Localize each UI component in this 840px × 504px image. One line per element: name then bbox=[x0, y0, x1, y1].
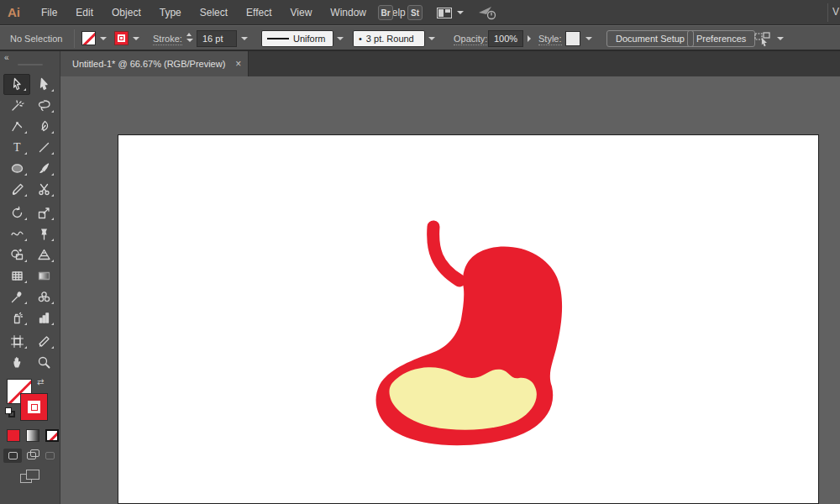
menu-items: File Edit Object Type Select Effect View… bbox=[32, 0, 415, 25]
workspace-icon bbox=[437, 8, 452, 18]
tool-eyedropper[interactable] bbox=[3, 286, 30, 307]
menu-effect[interactable]: Effect bbox=[237, 0, 281, 25]
opacity-expand-icon[interactable] bbox=[528, 35, 531, 42]
stroke-proxy-red[interactable] bbox=[20, 393, 48, 421]
tool-hand[interactable] bbox=[3, 352, 30, 373]
tool-artboard[interactable] bbox=[3, 331, 30, 352]
tool-scissors[interactable] bbox=[30, 179, 57, 200]
stroke-weight-field[interactable]: 16 pt bbox=[197, 30, 237, 47]
stroke-color-swatch[interactable] bbox=[114, 31, 129, 45]
tool-puppet-warp[interactable] bbox=[30, 223, 57, 244]
tool-rotate[interactable] bbox=[3, 202, 30, 223]
panel-collapse-icon[interactable]: « bbox=[4, 53, 8, 62]
tool-paintbrush[interactable] bbox=[30, 158, 57, 179]
tool-lasso[interactable] bbox=[30, 95, 57, 116]
share-icon[interactable] bbox=[478, 5, 496, 20]
chevron-down-icon bbox=[457, 11, 464, 14]
stomach-esophagus[interactable] bbox=[433, 227, 459, 281]
tool-magic-wand[interactable] bbox=[3, 95, 30, 116]
tool-perspective-grid[interactable] bbox=[30, 244, 57, 265]
uniform-profile-line-icon bbox=[267, 38, 289, 39]
brush-dot-icon: • bbox=[359, 34, 362, 44]
swap-fill-stroke-icon[interactable]: ⇄ bbox=[37, 377, 44, 386]
menu-window[interactable]: Window bbox=[321, 0, 375, 25]
document-setup-button[interactable]: Document Setup bbox=[606, 30, 694, 47]
stroke-swatch-chevron-icon[interactable] bbox=[133, 37, 139, 40]
tool-pencil[interactable] bbox=[3, 179, 30, 200]
tool-mesh[interactable] bbox=[3, 265, 30, 286]
document-tab-bar: Untitled-1* @ 66.67% (RGB/Preview) × bbox=[60, 51, 840, 76]
tool-zoom[interactable] bbox=[30, 352, 57, 373]
tool-line-segment[interactable] bbox=[30, 137, 57, 158]
tool-ellipse[interactable] bbox=[3, 158, 30, 179]
tool-slice[interactable] bbox=[30, 331, 57, 352]
style-label[interactable]: Style: bbox=[538, 34, 562, 45]
menu-view[interactable]: View bbox=[281, 0, 322, 25]
draw-normal-mode[interactable] bbox=[3, 449, 22, 463]
color-button[interactable] bbox=[7, 429, 20, 442]
draw-inside-mode bbox=[40, 449, 59, 463]
fill-stroke-control: ⇄ bbox=[0, 377, 60, 428]
menu-file[interactable]: File bbox=[32, 0, 66, 25]
color-buttons bbox=[7, 429, 59, 442]
menu-edit[interactable]: Edit bbox=[66, 0, 102, 25]
tool-symbol-sprayer[interactable] bbox=[3, 307, 30, 328]
style-chevron-icon[interactable] bbox=[585, 37, 592, 40]
workspace-switcher[interactable] bbox=[437, 8, 464, 18]
fill-chevron-icon[interactable] bbox=[100, 37, 107, 40]
tool-scale[interactable] bbox=[30, 202, 57, 223]
style-swatch[interactable] bbox=[565, 31, 580, 46]
tool-width[interactable] bbox=[3, 223, 30, 244]
preferences-button[interactable]: Preferences bbox=[687, 30, 755, 47]
width-profile-value: Uniform bbox=[293, 34, 326, 44]
brush-definition-value: 3 pt. Round bbox=[366, 34, 414, 44]
svg-text:T: T bbox=[13, 141, 21, 154]
tab-close-icon[interactable]: × bbox=[235, 59, 241, 69]
select-similar-icon[interactable] bbox=[754, 32, 771, 47]
tool-column-graph[interactable] bbox=[30, 307, 57, 328]
tool-shape-builder[interactable] bbox=[3, 244, 30, 265]
width-profile-chevron-icon[interactable] bbox=[337, 37, 344, 40]
menu-select[interactable]: Select bbox=[191, 0, 237, 25]
stepper-down-icon[interactable] bbox=[186, 39, 193, 42]
stroke-weight-stepper[interactable] bbox=[186, 33, 193, 42]
tool-curvature[interactable] bbox=[3, 116, 30, 137]
select-similar-chevron-icon[interactable] bbox=[777, 37, 784, 40]
stroke-weight-chevron-icon[interactable] bbox=[241, 37, 248, 40]
tool-pen[interactable] bbox=[30, 116, 57, 137]
brush-definition-dropdown[interactable]: • 3 pt. Round bbox=[353, 30, 425, 47]
document-tab[interactable]: Untitled-1* @ 66.67% (RGB/Preview) × bbox=[60, 51, 249, 76]
window-edge-partial-text: V bbox=[832, 6, 840, 18]
tool-selection[interactable] bbox=[3, 74, 30, 95]
tool-blend[interactable] bbox=[30, 286, 57, 307]
tool-direct-selection[interactable] bbox=[30, 74, 57, 95]
tool-type[interactable]: T bbox=[3, 137, 30, 158]
stroke-proxy-hole bbox=[28, 401, 40, 413]
width-profile-dropdown[interactable]: Uniform bbox=[261, 30, 333, 47]
menu-type[interactable]: Type bbox=[150, 0, 191, 25]
screen-mode-button[interactable] bbox=[20, 470, 40, 485]
drawing-modes bbox=[3, 449, 59, 463]
none-slash-icon bbox=[82, 31, 96, 45]
none-button[interactable] bbox=[45, 429, 59, 442]
opacity-field[interactable]: 100% bbox=[488, 30, 523, 47]
app-logo: Ai bbox=[8, 5, 20, 19]
menu-object[interactable]: Object bbox=[102, 0, 150, 25]
draw-behind-icon bbox=[27, 452, 36, 459]
bridge-button[interactable]: Br bbox=[378, 5, 393, 20]
stroke-label[interactable]: Stroke: bbox=[153, 34, 182, 45]
opacity-label[interactable]: Opacity: bbox=[454, 34, 487, 45]
draw-behind-mode[interactable] bbox=[22, 449, 40, 463]
stepper-up-icon[interactable] bbox=[186, 33, 192, 36]
stomach-illustration[interactable] bbox=[118, 134, 819, 504]
stock-button[interactable]: St bbox=[407, 5, 423, 20]
draw-inside-icon bbox=[45, 452, 55, 459]
gradient-button[interactable] bbox=[26, 429, 39, 442]
fill-swatch-none[interactable] bbox=[81, 31, 96, 45]
tool-gradient[interactable] bbox=[30, 265, 57, 286]
separator bbox=[74, 29, 75, 48]
draw-normal-icon bbox=[8, 452, 18, 459]
default-fill-stroke-icon[interactable] bbox=[5, 407, 15, 417]
brush-chevron-icon[interactable] bbox=[428, 37, 435, 40]
panel-grip[interactable] bbox=[18, 64, 43, 66]
